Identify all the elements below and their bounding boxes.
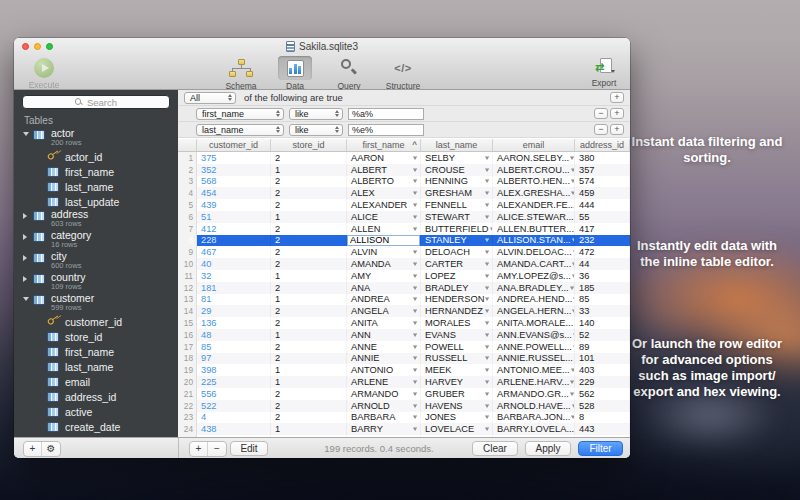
cell-address-id[interactable]: 185 [575,282,630,294]
sidebar-column-create_date[interactable]: create_date [14,419,178,434]
cell-last-name[interactable]: HENNING▼ [421,176,493,188]
cell-customer-id[interactable]: 181 [197,282,271,294]
cell-last-name[interactable]: JONES▼ [421,412,493,424]
toolbar-item-structure[interactable]: </> Structure [381,57,425,91]
cell-last-name[interactable]: STANLEY▼ [421,235,493,247]
cell-customer-id[interactable]: 398 [197,364,271,376]
table-row[interactable]: 215562ARMANDO▼GRUBER▼ARMANDO.GR...▼562 [178,388,630,400]
cell-customer-id[interactable]: 522 [197,400,271,412]
column-header-store_id[interactable]: store_id [271,139,347,151]
cell-first-name[interactable]: AARON▼ [347,152,421,164]
cell-store-id[interactable]: 1 [271,376,347,388]
cell-customer-id[interactable]: 29 [197,305,271,317]
cell-customer-id[interactable]: 97 [197,353,271,365]
cell-last-name[interactable]: HAVENS▼ [421,400,493,412]
cell-last-name[interactable]: EVANS▼ [421,329,493,341]
cell-store-id[interactable]: 2 [271,246,347,258]
table-row[interactable]: 82282STANLEY▼ALLISON.STAN...▼232 [178,235,630,247]
cell-email[interactable]: ANA.BRADLEY...▼ [493,282,575,294]
cell-address-id[interactable]: 444 [575,199,630,211]
cell-address-id[interactable]: 36 [575,270,630,282]
cell-first-name[interactable] [347,235,421,247]
cell-email[interactable]: ALVIN.DELOAC...▼ [493,246,575,258]
cell-customer-id[interactable]: 412 [197,223,271,235]
table-row[interactable]: 16481ANN▼EVANS▼ANN.EVANS@s...▼52 [178,329,630,341]
cell-last-name[interactable]: HERNANDEZ▼ [421,305,493,317]
table-row[interactable]: 44542ALEX▼GRESHAM▼ALEX.GRESHA...▼459 [178,187,630,199]
cell-address-id[interactable]: 52 [575,329,630,341]
remove-rule-button[interactable]: − [594,124,608,135]
cell-email[interactable]: ANITA.MORALE...▼ [493,317,575,329]
cell-email[interactable]: ARMANDO.GR...▼ [493,388,575,400]
cell-store-id[interactable]: 2 [271,223,347,235]
cell-customer-id[interactable]: 568 [197,176,271,188]
cell-last-name[interactable]: MORALES▼ [421,317,493,329]
column-header-first_name[interactable]: first_name^ [347,139,421,151]
cell-address-id[interactable]: 101 [575,353,630,365]
chevron-down-icon[interactable] [23,297,33,301]
cell-store-id[interactable]: 2 [271,199,347,211]
edit-row-button[interactable]: Edit [230,441,268,456]
cell-customer-id[interactable]: 438 [197,423,271,435]
cell-store-id[interactable]: 2 [271,353,347,365]
chevron-right-icon[interactable] [23,213,33,219]
cell-first-name[interactable]: ALICE▼ [347,211,421,223]
table-row[interactable]: 2342BARBARA▼JONES▼BARBARA.JON...▼8 [178,412,630,424]
cell-email[interactable]: ARLENE.HARV...▼ [493,376,575,388]
table-row[interactable]: 94672ALVIN▼DELOACH▼ALVIN.DELOAC...▼472 [178,246,630,258]
cell-address-id[interactable]: 403 [575,364,630,376]
cell-customer-id[interactable]: 375 [197,152,271,164]
cell-email[interactable]: ALBERTO.HEN...▼ [493,176,575,188]
cell-first-name[interactable]: AMANDA▼ [347,258,421,270]
sidebar-column-last_name[interactable]: last_name [14,359,178,374]
cell-first-name[interactable]: ANN▼ [347,329,421,341]
sidebar-column-store_id[interactable]: store_id [14,329,178,344]
cell-email[interactable]: ALLEN.BUTTER...▼ [493,223,575,235]
cell-first-name[interactable]: AMY▼ [347,270,421,282]
cell-last-name[interactable]: FENNELL▼ [421,199,493,211]
rule-operator-select[interactable]: like [289,124,343,136]
cell-last-name[interactable]: BRADLEY▼ [421,282,493,294]
cell-customer-id[interactable]: 85 [197,341,271,353]
cell-first-name[interactable]: ALEX▼ [347,187,421,199]
cell-address-id[interactable]: 443 [575,423,630,435]
chevron-right-icon[interactable] [23,276,33,282]
inline-edit-input[interactable] [347,235,420,247]
cell-last-name[interactable]: HENDERSON▼ [421,294,493,306]
sidebar-item-customer[interactable]: customer599 rows [14,293,178,314]
add-row-button[interactable]: + [190,442,208,456]
table-row[interactable]: 225222ARNOLD▼HAVENS▼ARNOLD.HAVE...▼528 [178,400,630,412]
sidebar-item-city[interactable]: city600 rows [14,251,178,272]
cell-store-id[interactable]: 2 [271,341,347,353]
sidebar-column-actor_id[interactable]: actor_id [14,149,178,164]
cell-store-id[interactable]: 1 [271,294,347,306]
cell-last-name[interactable]: CARTER▼ [421,258,493,270]
add-rule-button[interactable]: + [610,92,624,103]
cell-first-name[interactable]: ANNE▼ [347,341,421,353]
cell-email[interactable]: BARBARA.JON...▼ [493,412,575,424]
cell-customer-id[interactable]: 228 [197,235,271,247]
sidebar-item-address[interactable]: address603 rows [14,209,178,230]
cell-address-id[interactable]: 140 [575,317,630,329]
cell-first-name[interactable]: BARRY▼ [347,423,421,435]
table-row[interactable]: 10402AMANDA▼CARTER▼AMANDA.CART...▼44 [178,258,630,270]
cell-store-id[interactable]: 2 [271,235,347,247]
remove-row-button[interactable]: − [208,442,226,456]
table-row[interactable]: 202251ARLENE▼HARVEY▼ARLENE.HARV...▼229 [178,376,630,388]
rule-operator-select[interactable]: like [289,108,343,120]
cell-store-id[interactable]: 2 [271,412,347,424]
cell-customer-id[interactable]: 81 [197,294,271,306]
sidebar-column-last_name[interactable]: last_name [14,179,178,194]
cell-first-name[interactable]: ANGELA▼ [347,305,421,317]
cell-email[interactable]: BARRY.LOVELA...▼ [493,423,575,435]
cell-first-name[interactable]: ARLENE▼ [347,376,421,388]
cell-address-id[interactable]: 574 [575,176,630,188]
cell-store-id[interactable]: 1 [271,211,347,223]
cell-store-id[interactable]: 2 [271,258,347,270]
cell-last-name[interactable]: GRUBER▼ [421,388,493,400]
table-row[interactable]: 35682ALBERTO▼HENNING▼ALBERTO.HEN...▼574 [178,176,630,188]
cell-last-name[interactable]: RUSSELL▼ [421,353,493,365]
sidebar-item-actor[interactable]: actor200 rows [14,128,178,149]
sidebar-column-email[interactable]: email [14,374,178,389]
apply-filter-button[interactable]: Apply [525,441,571,456]
